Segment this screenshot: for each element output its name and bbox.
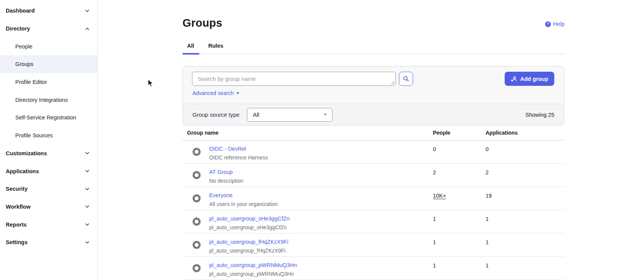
search-button[interactable] <box>399 72 413 86</box>
group-icon <box>192 263 202 273</box>
sidebar-item-label: Workflow <box>6 204 85 210</box>
sidebar-item-label: Self-Service Registration <box>15 114 76 121</box>
sidebar-item-applications[interactable]: Applications <box>0 162 97 180</box>
sidebar-item-dashboard[interactable]: Dashboard <box>0 2 97 20</box>
sidebar-item-label: Reports <box>6 222 85 228</box>
chevron-down-icon <box>85 240 90 245</box>
sidebar-item-customizations[interactable]: Customizations <box>0 145 97 163</box>
search-section: Advanced search Add group <box>183 66 564 104</box>
table-row: OIDC - DevRel OIDC reference Harness 0 0 <box>182 140 564 164</box>
people-count-cell: 10K+ <box>433 192 486 199</box>
group-description: All users in your organization <box>209 201 278 207</box>
group-name-cell: Everyone All users in your organization <box>182 192 433 207</box>
group-icon <box>192 170 202 180</box>
group-icon <box>192 193 202 203</box>
tab-rules[interactable]: Rules <box>208 43 224 54</box>
header-people: People <box>433 130 486 136</box>
group-description: No description <box>209 178 244 184</box>
help-question-icon: ? <box>545 21 551 27</box>
add-group-label: Add group <box>520 76 548 82</box>
showing-count: Showing 25 <box>525 112 554 118</box>
group-name-link[interactable]: AT Group <box>209 169 244 175</box>
applications-count-cell: 1 <box>486 262 564 269</box>
sidebar-item-profile-sources[interactable]: Profile Sources <box>0 127 97 145</box>
caret-down-icon <box>236 92 239 94</box>
dropdown-caret-icon <box>324 114 327 116</box>
groups-table: Group name People Applications OIDC - <box>182 126 564 280</box>
advanced-search-label: Advanced search <box>192 90 234 96</box>
header-applications: Applications <box>486 130 564 136</box>
chevron-up-icon <box>85 26 90 31</box>
group-name-link[interactable]: pl_auto_usergroup_sHe3ggCfZn <box>209 216 289 222</box>
table-row: pl_auto_usergroup_pWRNMuQ3Hn pl_auto_use… <box>182 257 564 280</box>
applications-count-cell: 19 <box>486 192 564 199</box>
people-count-cell: 1 <box>433 216 486 222</box>
group-name-cell: OIDC - DevRel OIDC reference Harness <box>182 146 433 161</box>
group-description: pl_auto_usergroup_fHqZKzX9Fi <box>209 248 288 254</box>
group-name-link[interactable]: Everyone <box>209 192 278 198</box>
table-row: Everyone All users in your organization … <box>182 187 564 210</box>
sidebar-item-workflow[interactable]: Workflow <box>0 198 97 216</box>
sidebar-item-label: Security <box>6 186 85 192</box>
group-icon <box>192 217 202 227</box>
group-name-link[interactable]: OIDC - DevRel <box>209 146 268 152</box>
advanced-search-link[interactable]: Advanced search <box>192 90 239 96</box>
sidebar-item-label: Profile Sources <box>15 132 53 138</box>
sidebar-item-directory[interactable]: Directory <box>0 20 97 38</box>
sidebar-item-label: Applications <box>6 168 85 174</box>
sidebar-item-label: Directory <box>6 26 85 32</box>
applications-count-cell: 0 <box>486 146 564 153</box>
group-icon <box>192 147 202 157</box>
sidebar-item-self-service-registration[interactable]: Self-Service Registration <box>0 109 97 127</box>
applications-count-cell: 1 <box>486 239 564 246</box>
sidebar-item-label: Directory Integrations <box>15 97 68 103</box>
sidebar-item-reports[interactable]: Reports <box>0 216 97 233</box>
sidebar-item-settings[interactable]: Settings <box>0 233 97 251</box>
group-name-cell: pl_auto_usergroup_fHqZKzX9Fi pl_auto_use… <box>182 239 433 254</box>
sidebar-item-label: People <box>15 43 32 50</box>
chevron-down-icon <box>85 169 90 174</box>
chevron-down-icon <box>85 187 90 191</box>
mouse-cursor <box>147 79 154 88</box>
people-count-cell: 2 <box>433 169 486 176</box>
sidebar-item-security[interactable]: Security <box>0 180 97 198</box>
table-row: pl_auto_usergroup_sHe3ggCfZn pl_auto_use… <box>182 210 564 233</box>
sidebar-item-label: Customizations <box>6 150 85 156</box>
group-source-type-label: Group source type <box>192 111 239 118</box>
header-group-name: Group name <box>182 130 433 136</box>
sidebar-item-directory-integrations[interactable]: Directory Integrations <box>0 91 97 109</box>
group-name-cell: AT Group No description <box>182 169 433 184</box>
sidebar-item-label: Settings <box>6 239 85 245</box>
help-label: Help <box>553 21 565 27</box>
table-row: pl_auto_usergroup_fHqZKzX9Fi pl_auto_use… <box>182 233 564 257</box>
search-filter-card: Advanced search Add group Group source t… <box>182 66 564 126</box>
chevron-down-icon <box>85 8 90 13</box>
people-count-cell: 0 <box>433 146 486 153</box>
tab-all[interactable]: All <box>187 43 194 54</box>
chevron-down-icon <box>85 222 90 227</box>
tab-bar: AllRules <box>182 43 564 54</box>
search-input[interactable] <box>192 72 396 86</box>
sidebar-item-people[interactable]: People <box>0 37 97 55</box>
table-body: OIDC - DevRel OIDC reference Harness 0 0 <box>182 140 564 280</box>
group-source-type-select[interactable]: All <box>247 108 332 122</box>
selected-option: All <box>253 111 259 118</box>
add-group-button[interactable]: Add group <box>505 72 554 86</box>
help-link[interactable]: ? Help <box>545 21 565 27</box>
chevron-down-icon <box>85 204 90 209</box>
search-icon <box>403 76 409 82</box>
sidebar-item-groups[interactable]: Groups <box>0 55 97 73</box>
table-row: AT Group No description 2 2 <box>182 164 564 187</box>
applications-count-cell: 2 <box>486 169 564 176</box>
group-name-link[interactable]: pl_auto_usergroup_fHqZKzX9Fi <box>209 239 288 245</box>
sidebar-item-label: Groups <box>15 61 34 67</box>
group-description: pl_auto_usergroup_pWRNMuQ3Hn <box>209 271 297 277</box>
group-name-link[interactable]: pl_auto_usergroup_pWRNMuQ3Hn <box>209 262 297 268</box>
filter-bar: Group source type All Showing 25 <box>183 104 564 125</box>
page-title: Groups <box>182 17 222 29</box>
group-description: pl_auto_usergroup_sHe3ggCfZn <box>209 224 289 230</box>
chevron-down-icon <box>85 151 90 156</box>
people-count-cell: 1 <box>433 239 486 246</box>
sidebar-nav: Dashboard Directory People Groups Profil… <box>0 0 98 280</box>
sidebar-item-profile-editor[interactable]: Profile Editor <box>0 73 97 91</box>
